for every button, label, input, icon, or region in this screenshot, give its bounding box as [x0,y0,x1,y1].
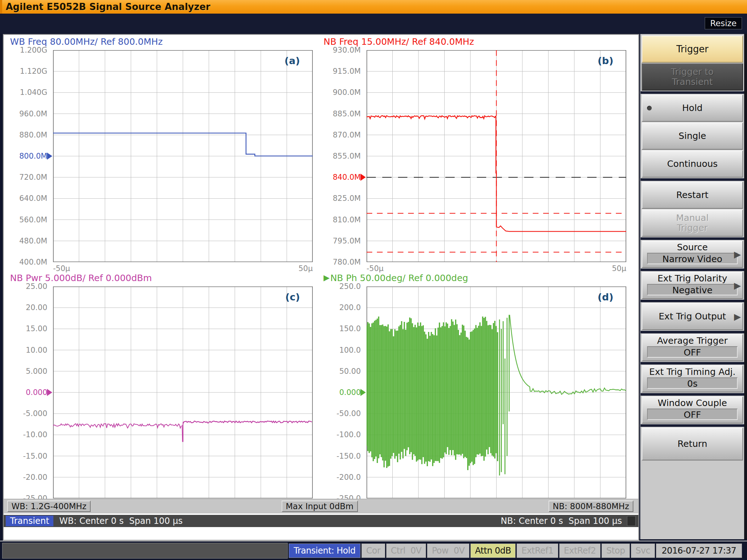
menu-group-separator [641,331,744,333]
y-tick-label: 25.00 [4,282,47,291]
softkey-window-couple[interactable]: Window CoupleOFF [642,396,743,424]
y-tick-label: 0.000 [318,388,361,397]
plot-grid-wb-freq[interactable]: (a) -50µ 50µ [53,50,313,262]
nb-sweep-label: NB: Center 0 s Span 100 µs [501,516,622,526]
softkey-menu: TriggerTrigger toTransientHoldSingleCont… [640,34,747,539]
x-tick-max-b: 50µ [612,264,626,273]
y-tick-label: 100.0 [318,346,361,354]
submenu-arrow-icon: ▶ [734,249,741,260]
softkey-return[interactable]: Return [642,428,743,460]
status-attn-0db: Attn 0dB [470,544,516,558]
y-tick-label: -15.00 [4,452,47,460]
status-transient-hold: Transient: Hold [289,544,360,558]
y-tick-label: 150.0 [318,324,361,333]
softkey-label: Window Couple [658,398,727,408]
plot-grid-nb-freq[interactable]: (b) -50µ 50µ [367,50,626,262]
softkey-label: Single [679,131,706,141]
trace-nb-phase-breakup-spikes [499,315,509,475]
y-axis-wb-freq: 1.200G1.120G1.040G960.0M880.0M800.0M720.… [4,50,50,262]
status-bar: Transient: HoldCorCtrl 0VPow 0VAttn 0dBE… [0,541,747,560]
menu-group-separator [641,393,744,396]
softkey-label: ManualTrigger [676,213,709,233]
y-axis-nb-freq: 930.0M915.0M900.0M885.0M870.0M855.0M840.… [317,50,364,262]
reference-marker-icon [360,174,366,181]
y-tick-label: 930.0M [318,46,361,54]
reference-marker-icon [47,153,52,160]
y-tick-label: 800.0M [4,152,47,160]
submenu-arrow-icon: ▶ [734,312,741,322]
plot-nb-freq: NB Freq 15.00MHz/ Ref 840.0MHz 930.0M915… [317,36,629,272]
trace-nb-phase-settling [509,315,626,394]
reference-marker-icon [360,389,366,396]
y-tick-label: 50.00 [318,367,361,376]
softkey-ext-trig-timing-adj[interactable]: Ext Trig Timing Adj.0s [642,365,743,392]
y-tick-label: 5.000 [4,367,47,376]
softkey-label: Return [677,439,707,449]
sweep-info-bar: Transient WB: Center 0 s Span 100 µs NB:… [4,515,638,527]
status-cor: Cor [361,544,385,558]
softkey-value: OFF [647,409,738,420]
x-tick-min-a: -50µ [53,264,70,273]
status-2016-07-27-17-37: 2016-07-27 17:37 [656,544,742,558]
y-tick-label: 200.0 [318,303,361,312]
resize-button[interactable]: Resize [705,17,742,29]
top-menubar: Resize [0,14,747,34]
y-tick-label: 880.0M [4,131,47,139]
max-input-badge: Max Input 0dBm [282,501,358,512]
x-tick-min-b: -50µ [367,264,384,273]
menu-group-separator [641,178,744,181]
y-tick-label: 10.00 [4,346,47,354]
trace-nb-freq-pre-trigger [367,116,495,119]
y-tick-label: -100.0 [318,430,361,439]
plot-grid-nb-phase[interactable]: (d) -50µ 50µ [367,286,626,498]
status-extref2: ExtRef2 [559,544,600,558]
submenu-arrow-icon: ▶ [734,280,741,291]
y-tick-label: 840.0M [318,173,361,182]
y-tick-label: 1.200G [4,46,47,54]
softkey-hold[interactable]: Hold [642,95,743,122]
softkey-ext-trig-output[interactable]: Ext Trig Output▶ [642,303,743,330]
softkey-ext-trig-polarity[interactable]: Ext Trig PolarityNegative▶ [642,272,743,299]
y-tick-label: 825.0M [318,194,361,203]
menu-group-separator [641,237,744,240]
y-tick-label: -10.00 [4,430,47,439]
softkey-average-trigger[interactable]: Average TriggerOFF [642,334,743,361]
y-axis-nb-power: 25.0020.0015.0010.005.0000.000-5.000-10.… [4,286,50,498]
y-tick-label: 1.040G [4,88,47,97]
softkey-single[interactable]: Single [642,122,743,150]
y-tick-label: 810.0M [318,216,361,224]
menu-group-separator [641,300,744,302]
scale-status-bar: WB: 1.2G-400MHz Max Input 0dBm NB: 800M-… [4,499,638,513]
wb-sweep-label: WB: Center 0 s Span 100 µs [59,516,182,526]
measurement-mode-badge[interactable]: Transient [6,516,53,526]
menu-group-separator [641,269,744,271]
y-tick-label: 560.0M [4,216,47,224]
y-tick-label: 795.0M [318,237,361,245]
softkey-restart[interactable]: Restart [642,182,743,209]
trace-nb-phase-oscillation [367,317,498,470]
plot-nb-power: NB Pwr 5.000dB/ Ref 0.000dBm 25.0020.001… [4,272,316,508]
trace-nb-freq-transition [496,116,626,232]
plot-grid-nb-power[interactable]: (c) -50µ 50µ [53,286,313,498]
plot-corner-label-a: (a) [284,55,300,66]
y-tick-label: -50.00 [318,409,361,418]
softkey-value: Narrow Video [647,253,738,264]
menu-group-separator [641,91,744,94]
softkey-label: Hold [682,103,703,113]
status-stop: Stop [602,544,630,558]
softkey-source[interactable]: SourceNarrow Video▶ [642,241,743,268]
y-tick-label: 900.0M [318,88,361,97]
reference-marker-icon [47,389,52,396]
y-tick-label: 870.0M [318,131,361,139]
softkey-trigger[interactable]: Trigger [642,35,743,63]
softkey-label: Source [677,242,708,252]
y-tick-label: 885.0M [318,110,361,118]
softkey-continuous[interactable]: Continuous [642,150,743,178]
sweep-bar-end-box [627,516,636,526]
softkey-manual-trigger: ManualTrigger [642,209,743,237]
softkey-label: Trigger [676,44,709,54]
plot-nb-phase: ▶NB Ph 50.00deg/ Ref 0.000deg 250.0200.0… [317,272,629,508]
trace-nb-power-dip [182,422,183,441]
plot-corner-label-c: (c) [285,291,300,303]
y-tick-label: 250.0 [318,282,361,291]
